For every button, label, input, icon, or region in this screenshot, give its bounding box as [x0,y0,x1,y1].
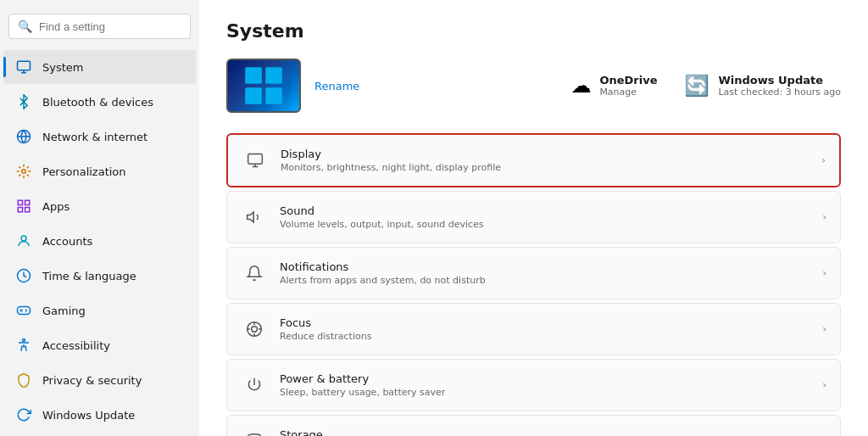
sidebar-item-apps[interactable]: Apps [3,189,196,223]
notifications-setting-icon [241,260,268,287]
sidebar-item-accessibility[interactable]: Accessibility [3,328,196,362]
svg-marker-16 [248,212,254,222]
svg-rect-5 [18,208,22,212]
sidebar-item-system[interactable]: System [3,50,196,84]
header-right: ☁️ OneDrive Manage 🔄 Windows Update Last… [570,74,841,98]
storage-setting-text: Storage Storage space, drives, configura… [280,428,822,436]
sidebar-label-personalization: Personalization [42,165,126,178]
privacy-icon [15,372,32,388]
sound-setting-title: Sound [280,204,822,217]
sidebar-item-accounts[interactable]: Accounts [3,224,196,258]
apps-icon [15,198,32,215]
sidebar-item-network[interactable]: Network & internet [3,120,196,154]
setting-row-focus[interactable]: Focus Reduce distractions › [226,303,841,355]
sidebar-label-accessibility: Accessibility [42,339,110,352]
svg-point-2 [22,170,26,174]
svg-rect-4 [25,200,30,204]
onedrive-icon: ☁️ [570,74,591,98]
setting-row-power[interactable]: Power & battery Sleep, battery usage, ba… [226,359,841,411]
sidebar-item-privacy[interactable]: Privacy & security [3,363,196,397]
display-chevron-icon: › [821,154,826,166]
search-box[interactable]: 🔍 [8,14,191,39]
svg-point-7 [21,236,26,241]
sidebar-item-update[interactable]: Windows Update [3,398,196,432]
settings-list: Display Monitors, brightness, night ligh… [226,133,841,436]
svg-rect-0 [18,61,31,70]
sidebar-item-personalization[interactable]: Personalization [3,154,196,188]
power-setting-desc: Sleep, battery usage, battery saver [280,387,822,398]
sidebar-item-gaming[interactable]: Gaming [3,293,196,327]
svg-rect-12 [265,67,282,84]
display-setting-text: Display Monitors, brightness, night ligh… [281,148,821,173]
display-setting-icon [242,147,269,174]
windows-logo [243,65,284,106]
sidebar-label-privacy: Privacy & security [42,374,142,387]
svg-rect-6 [25,208,30,212]
notifications-setting-title: Notifications [280,260,822,273]
focus-chevron-icon: › [822,323,826,335]
sidebar-label-time: Time & language [42,270,136,282]
sidebar: 🔍 System Bluetooth & devices Network & i… [0,0,199,436]
onedrive-label: OneDrive [599,74,657,87]
update-icon [15,406,32,423]
accounts-icon [15,232,32,249]
sound-setting-icon [241,204,268,231]
sidebar-label-gaming: Gaming [42,305,86,317]
focus-setting-title: Focus [280,316,822,329]
sound-setting-desc: Volume levels, output, input, sound devi… [280,219,822,230]
power-chevron-icon: › [822,379,826,391]
storage-setting-title: Storage [280,428,822,436]
sound-setting-text: Sound Volume levels, output, input, soun… [280,204,822,230]
search-icon: 🔍 [18,20,32,33]
main-content: System Rename ☁️ [199,0,868,436]
svg-rect-3 [18,200,22,204]
sidebar-item-time[interactable]: Time & language [3,259,196,293]
sidebar-label-system: System [42,61,83,74]
winupdate-sublabel: Last checked: 3 hours ago [718,87,841,98]
sidebar-item-bluetooth[interactable]: Bluetooth & devices [3,85,196,119]
focus-setting-desc: Reduce distractions [280,331,822,342]
notifications-setting-text: Notifications Alerts from apps and syste… [280,260,822,286]
pc-thumbnail [226,59,301,113]
power-setting-icon [241,372,268,399]
sidebar-label-accounts: Accounts [42,235,92,248]
svg-rect-11 [245,67,262,84]
svg-rect-15 [248,154,263,165]
system-icon [15,59,32,75]
sidebar-label-update: Windows Update [42,409,135,422]
onedrive-status[interactable]: ☁️ OneDrive Manage [570,74,657,98]
sidebar-label-network: Network & internet [42,131,147,143]
bluetooth-icon [15,93,32,110]
focus-setting-icon [241,316,268,343]
gaming-icon [15,302,32,319]
setting-row-display[interactable]: Display Monitors, brightness, night ligh… [226,133,841,187]
search-input[interactable] [39,20,181,33]
rename-link[interactable]: Rename [314,80,359,92]
svg-point-10 [23,339,25,342]
sound-chevron-icon: › [822,211,826,223]
accessibility-icon [15,337,32,354]
svg-rect-9 [18,307,31,315]
display-setting-desc: Monitors, brightness, night light, displ… [281,162,821,173]
winupdate-icon: 🔄 [684,74,709,98]
nav-list: System Bluetooth & devices Network & int… [0,49,199,433]
setting-row-sound[interactable]: Sound Volume levels, output, input, soun… [226,191,841,243]
setting-row-notifications[interactable]: Notifications Alerts from apps and syste… [226,247,841,299]
sidebar-label-apps: Apps [42,200,70,213]
storage-setting-icon [241,428,268,436]
focus-setting-text: Focus Reduce distractions [280,316,822,342]
power-setting-title: Power & battery [280,372,822,385]
winupdate-label: Windows Update [718,74,841,87]
personalization-icon [15,163,32,180]
time-icon [15,267,32,284]
winupdate-info: Windows Update Last checked: 3 hours ago [718,74,841,98]
onedrive-sublabel: Manage [599,87,657,98]
header-area: Rename ☁️ OneDrive Manage 🔄 Windows Upda… [226,59,841,113]
setting-row-storage[interactable]: Storage Storage space, drives, configura… [226,415,841,436]
network-icon [15,128,32,145]
sidebar-label-bluetooth: Bluetooth & devices [42,96,153,109]
svg-point-18 [252,327,258,333]
onedrive-info: OneDrive Manage [599,74,657,98]
svg-rect-14 [265,87,282,104]
winupdate-status[interactable]: 🔄 Windows Update Last checked: 3 hours a… [684,74,841,98]
